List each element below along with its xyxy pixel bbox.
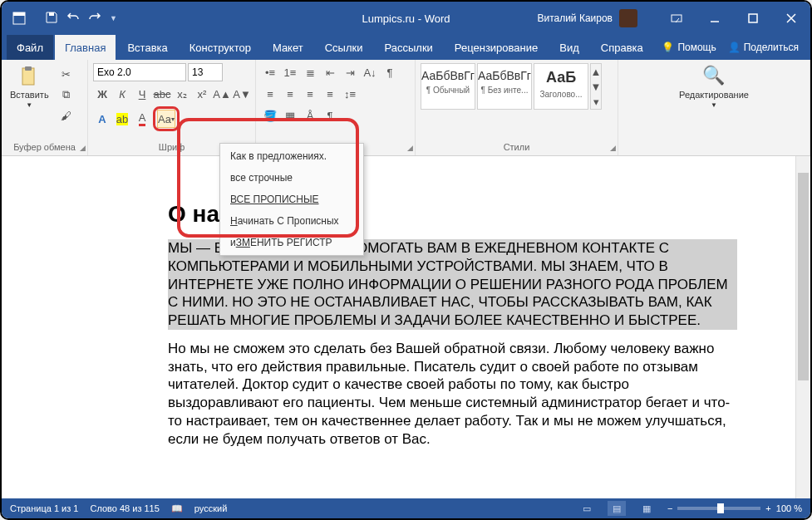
- group-styles: АаБбВвГг ¶ Обычный АаБбВвГг ¶ Без инте..…: [416, 60, 618, 155]
- shrink-font-button[interactable]: A▼: [233, 85, 251, 103]
- text-effects-button[interactable]: A: [93, 110, 111, 128]
- maximize-button[interactable]: [734, 2, 772, 35]
- case-uppercase[interactable]: ВСЕ ПРОПИСНЫЕ: [220, 189, 363, 210]
- sort-az-button[interactable]: Å: [301, 106, 319, 125]
- tab-file[interactable]: Файл: [7, 35, 53, 60]
- strike-button[interactable]: abc: [153, 85, 171, 103]
- styles-launcher-icon[interactable]: ◢: [610, 144, 616, 152]
- view-print-icon[interactable]: ▤: [608, 501, 626, 516]
- decrease-indent-button[interactable]: ⇤: [321, 63, 339, 81]
- case-capitalize[interactable]: Начинать С Прописных: [220, 210, 363, 232]
- group-paragraph: •≡ 1≡ ≣ ⇤ ⇥ A↓ ¶ ≡ ≡ ≡ ≡ ↕≡ 🪣 ▦: [256, 60, 416, 155]
- bullets-button[interactable]: •≡: [261, 63, 279, 81]
- style-no-spacing[interactable]: АаБбВвГг ¶ Без инте...: [477, 63, 532, 110]
- vertical-scrollbar[interactable]: [795, 156, 810, 498]
- paste-button[interactable]: Вставить ▼: [7, 63, 52, 110]
- align-right-button[interactable]: ≡: [301, 85, 319, 103]
- font-size-combo[interactable]: 13: [188, 63, 223, 81]
- qat-customize-icon[interactable]: ▼: [110, 14, 117, 22]
- undo-icon[interactable]: [66, 11, 80, 27]
- window-title: Lumpics.ru - Word: [362, 12, 450, 25]
- clipboard-launcher-icon[interactable]: ◢: [80, 144, 86, 152]
- font-name-combo[interactable]: Exo 2.0: [93, 63, 186, 81]
- group-clipboard: Вставить ▼ ✂ ⧉ 🖌 Буфер обмена ◢: [2, 60, 88, 155]
- numbering-button[interactable]: 1≡: [281, 63, 299, 81]
- cut-button[interactable]: ✂: [57, 65, 76, 83]
- tab-insert[interactable]: Вставка: [117, 35, 177, 60]
- zoom-value[interactable]: 100 %: [776, 503, 802, 513]
- case-sentence[interactable]: Как в предложениях.: [220, 145, 363, 167]
- line-spacing-button[interactable]: ↕≡: [341, 85, 359, 103]
- zoom-handle[interactable]: [717, 503, 724, 513]
- system-menu-icon[interactable]: [12, 11, 27, 26]
- tab-mailings[interactable]: Рассылки: [374, 35, 442, 60]
- ribbon: Вставить ▼ ✂ ⧉ 🖌 Буфер обмена ◢ Exo 2.0 …: [2, 60, 810, 156]
- style-heading1[interactable]: АаБ Заголово...: [534, 63, 588, 110]
- view-read-icon[interactable]: ▭: [578, 501, 596, 516]
- tab-design[interactable]: Конструктор: [180, 35, 261, 60]
- superscript-button[interactable]: x²: [193, 85, 211, 103]
- bold-button[interactable]: Ж: [93, 85, 111, 103]
- close-button[interactable]: [772, 2, 810, 35]
- tab-references[interactable]: Ссылки: [315, 35, 373, 60]
- zoom-control: − + 100 %: [667, 503, 802, 513]
- zoom-slider[interactable]: [677, 507, 760, 510]
- align-left-button[interactable]: ≡: [261, 85, 279, 103]
- case-toggle[interactable]: иЗМЕНИТЬ РЕГИСТР: [220, 232, 363, 253]
- highlight-button[interactable]: ab: [113, 110, 131, 128]
- styles-scroll-down[interactable]: ▼: [591, 79, 601, 94]
- editing-button[interactable]: 🔍 Редактирование ▼: [676, 63, 752, 110]
- styles-scroll-up[interactable]: ▲: [591, 64, 601, 79]
- ribbon-tabs: Файл Главная Вставка Конструктор Макет С…: [2, 35, 810, 60]
- user-account[interactable]: Виталий Каиров: [537, 9, 637, 27]
- status-page[interactable]: Страница 1 из 1: [10, 503, 78, 513]
- grow-font-button[interactable]: A▲: [213, 85, 231, 103]
- tab-layout[interactable]: Макет: [263, 35, 313, 60]
- zoom-in-button[interactable]: +: [765, 503, 770, 513]
- group-label-styles: Стили: [421, 140, 613, 155]
- case-lowercase[interactable]: все строчные: [220, 167, 363, 189]
- group-font: Exo 2.0 13 Ж К Ч abc x₂ x² A▲ A▼ A ab A: [88, 60, 256, 155]
- borders-button[interactable]: ▦: [281, 106, 299, 125]
- share-icon: 👤: [728, 42, 741, 53]
- redo-icon[interactable]: [88, 11, 101, 27]
- view-web-icon[interactable]: ▦: [637, 501, 656, 516]
- shading-button[interactable]: 🪣: [261, 106, 279, 125]
- underline-button[interactable]: Ч: [133, 85, 151, 103]
- increase-indent-button[interactable]: ⇥: [341, 63, 359, 81]
- chevron-down-icon: ▼: [711, 101, 717, 109]
- change-case-button[interactable]: Aa ▾: [157, 110, 175, 128]
- subscript-button[interactable]: x₂: [173, 85, 191, 103]
- paragraph-launcher-icon[interactable]: ◢: [407, 144, 413, 152]
- tab-home[interactable]: Главная: [55, 35, 116, 60]
- italic-button[interactable]: К: [113, 85, 131, 103]
- align-center-button[interactable]: ≡: [281, 85, 299, 103]
- tell-me[interactable]: 💡Помощь: [662, 42, 716, 53]
- status-language[interactable]: русский: [194, 503, 227, 513]
- user-name: Виталий Каиров: [537, 12, 613, 24]
- ribbon-display-icon[interactable]: [657, 2, 696, 35]
- avatar: [619, 9, 637, 27]
- copy-button[interactable]: ⧉: [57, 86, 76, 104]
- justify-button[interactable]: ≡: [321, 85, 339, 103]
- document-area[interactable]: О на МЫ — ЕРЖИМЫХ ИДЕЕЙ ПОМОГАТЬ ВАМ В Е…: [2, 156, 795, 498]
- multilevel-button[interactable]: ≣: [301, 63, 319, 81]
- share-button[interactable]: 👤Поделиться: [728, 42, 799, 53]
- tab-view[interactable]: Вид: [549, 35, 589, 60]
- zoom-out-button[interactable]: −: [667, 503, 672, 513]
- status-words[interactable]: Слово 48 из 115: [90, 503, 159, 513]
- scroll-thumb[interactable]: [798, 173, 809, 380]
- font-color-button[interactable]: A: [133, 110, 151, 128]
- styles-expand[interactable]: ▾: [591, 94, 601, 109]
- save-icon[interactable]: [45, 11, 58, 27]
- sort-button[interactable]: A↓: [361, 63, 379, 81]
- tab-help[interactable]: Справка: [591, 35, 653, 60]
- style-normal[interactable]: АаБбВвГг ¶ Обычный: [421, 63, 475, 110]
- paragraph-marks-button[interactable]: ¶: [321, 106, 339, 125]
- spellcheck-icon[interactable]: 📖: [171, 503, 183, 514]
- format-painter-button[interactable]: 🖌: [57, 106, 76, 125]
- paste-icon: [17, 65, 41, 88]
- minimize-button[interactable]: [696, 2, 734, 35]
- show-marks-button[interactable]: ¶: [381, 63, 399, 81]
- tab-review[interactable]: Рецензирование: [445, 35, 548, 60]
